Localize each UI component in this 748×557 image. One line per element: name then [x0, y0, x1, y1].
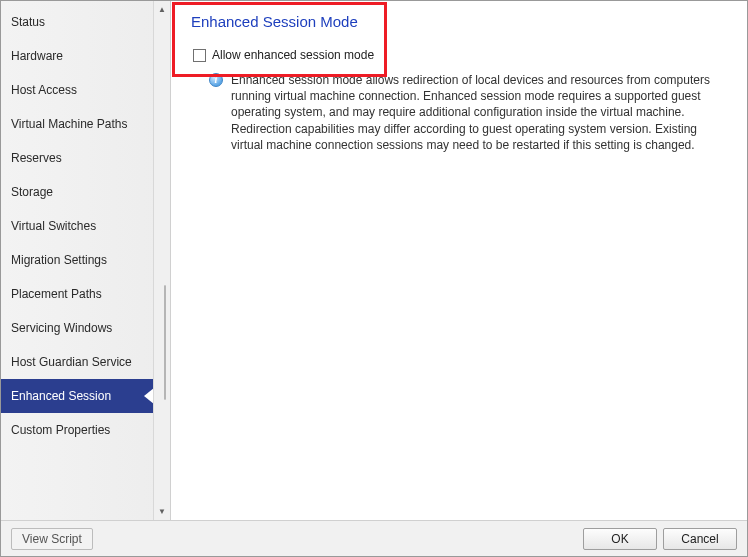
- sidebar-item-hardware[interactable]: Hardware: [1, 39, 153, 73]
- sidebar-item-virtual-switches[interactable]: Virtual Switches: [1, 209, 153, 243]
- allow-enhanced-session-row[interactable]: Allow enhanced session mode: [193, 48, 731, 62]
- sidebar-item-label: Host Access: [11, 83, 77, 97]
- sidebar-item-label: Servicing Windows: [11, 321, 112, 335]
- sidebar-scrollbar[interactable]: ▲ ▼: [153, 1, 170, 520]
- info-text: Enhanced session mode allows redirection…: [231, 72, 731, 153]
- view-script-button[interactable]: View Script: [11, 528, 93, 550]
- cancel-button[interactable]: Cancel: [663, 528, 737, 550]
- sidebar-item-virtual-machine-paths[interactable]: Virtual Machine Paths: [1, 107, 153, 141]
- sidebar-item-label: Hardware: [11, 49, 63, 63]
- sidebar-container: Status Hardware Host Access Virtual Mach…: [1, 1, 171, 520]
- sidebar-item-label: Enhanced Session: [11, 389, 111, 403]
- allow-enhanced-session-checkbox[interactable]: [193, 49, 206, 62]
- sidebar-item-label: Storage: [11, 185, 53, 199]
- sidebar-item-reserves[interactable]: Reserves: [1, 141, 153, 175]
- info-row: Enhanced session mode allows redirection…: [209, 72, 731, 153]
- sidebar-item-label: Placement Paths: [11, 287, 102, 301]
- section-title: Enhanced Session Mode: [191, 13, 731, 30]
- sidebar-item-label: Virtual Switches: [11, 219, 96, 233]
- sidebar-item-placement-paths[interactable]: Placement Paths: [1, 277, 153, 311]
- content-panel: Enhanced Session Mode Allow enhanced ses…: [171, 1, 747, 520]
- sidebar-item-servicing-windows[interactable]: Servicing Windows: [1, 311, 153, 345]
- sidebar-item-storage[interactable]: Storage: [1, 175, 153, 209]
- sidebar: Status Hardware Host Access Virtual Mach…: [1, 1, 153, 520]
- scroll-down-icon[interactable]: ▼: [154, 503, 170, 520]
- sidebar-item-status[interactable]: Status: [1, 5, 153, 39]
- sidebar-item-label: Status: [11, 15, 45, 29]
- body: Status Hardware Host Access Virtual Mach…: [1, 1, 747, 520]
- checkbox-label: Allow enhanced session mode: [212, 48, 374, 62]
- sidebar-item-label: Custom Properties: [11, 423, 110, 437]
- sidebar-item-enhanced-session[interactable]: Enhanced Session: [1, 379, 153, 413]
- sidebar-item-label: Virtual Machine Paths: [11, 117, 128, 131]
- sidebar-item-label: Host Guardian Service: [11, 355, 132, 369]
- info-icon: [209, 73, 223, 87]
- properties-window: Status Hardware Host Access Virtual Mach…: [0, 0, 748, 557]
- sidebar-item-host-access[interactable]: Host Access: [1, 73, 153, 107]
- sidebar-item-migration-settings[interactable]: Migration Settings: [1, 243, 153, 277]
- sidebar-item-host-guardian-service[interactable]: Host Guardian Service: [1, 345, 153, 379]
- scroll-up-icon[interactable]: ▲: [154, 1, 170, 18]
- footer: View Script OK Cancel: [1, 520, 747, 556]
- sidebar-item-label: Reserves: [11, 151, 62, 165]
- sidebar-item-label: Migration Settings: [11, 253, 107, 267]
- scroll-thumb[interactable]: [164, 285, 166, 400]
- ok-button[interactable]: OK: [583, 528, 657, 550]
- sidebar-item-custom-properties[interactable]: Custom Properties: [1, 413, 153, 447]
